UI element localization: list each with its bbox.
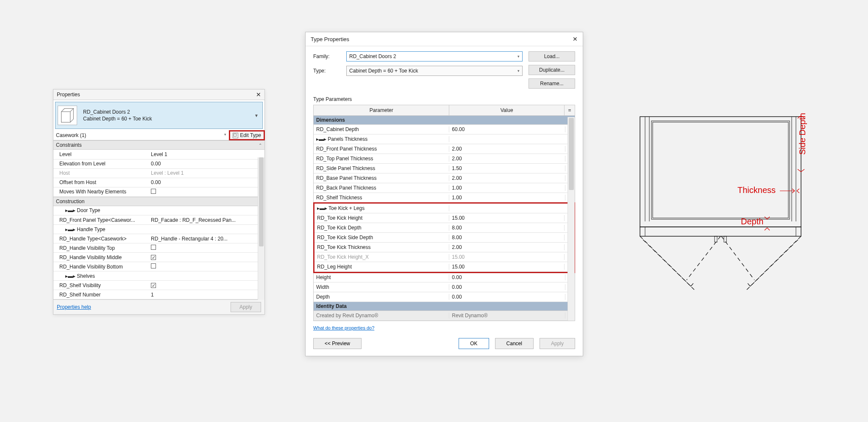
duplicate-button[interactable]: Duplicate... — [529, 65, 575, 75]
svg-line-13 — [691, 281, 695, 286]
section-header[interactable]: Construction⌃ — [53, 197, 264, 206]
scrollbar[interactable] — [258, 157, 264, 300]
col-equals[interactable]: = — [565, 105, 575, 115]
param-row[interactable]: RD_Handle Visibility Top — [53, 243, 264, 253]
svg-line-18 — [746, 281, 750, 286]
properties-help-link[interactable]: Properties help — [57, 304, 91, 310]
dialog-title: Type Properties — [311, 36, 349, 42]
depth-label: Depth — [741, 217, 763, 226]
param-row[interactable]: RD_Toe Kick Depth8.00 — [314, 223, 574, 233]
param-row: Created by Revit Dynamo® Revit Dynamo® — [314, 311, 575, 321]
chevron-down-icon[interactable]: ▼ — [254, 113, 260, 118]
param-row[interactable]: Moves With Nearby Elements — [53, 187, 264, 196]
svg-rect-5 — [651, 121, 790, 219]
param-row[interactable]: RD_Front Panel Type<Casewor...RD_Facade … — [53, 215, 264, 225]
param-row[interactable]: RD_Shelf Thickness1.00 — [314, 193, 575, 203]
param-row[interactable]: Width0.00 — [314, 282, 575, 292]
svg-rect-0 — [640, 117, 801, 227]
type-selector[interactable]: RD_Cabinet Doors 2 Cabinet Depth = 60 + … — [55, 102, 263, 129]
type-select[interactable]: Cabinet Depth = 60 + Toe Kick▾ — [346, 66, 523, 76]
preview-button[interactable]: << Preview — [313, 338, 362, 349]
properties-footer: Properties help Apply — [53, 299, 264, 314]
checkbox[interactable]: ✓ — [151, 255, 156, 260]
type-parameters-label: Type Parameters — [313, 96, 575, 102]
filter-row: Casework (1)▾ Edit Type — [53, 131, 264, 140]
close-icon[interactable]: ✕ — [256, 91, 261, 98]
svg-line-16 — [721, 236, 754, 280]
family-select[interactable]: RD_Cabinet Doors 2▾ — [346, 51, 523, 61]
param-row[interactable]: RD_Toe Kick Height_X15.00 — [314, 252, 574, 262]
parameters-table: Parameter Value = Dimensions⌃ RD_Cabinet… — [313, 105, 575, 321]
help-link[interactable]: What do these properties do? — [313, 325, 374, 330]
ok-button[interactable]: OK — [459, 338, 489, 349]
section-header[interactable]: Constraints⌃ — [53, 140, 264, 150]
param-row[interactable]: Offset from Host0.00 — [53, 178, 264, 187]
family-label: Family: — [313, 53, 341, 59]
svg-rect-11 — [724, 236, 726, 242]
svg-line-15 — [687, 236, 721, 280]
rename-button[interactable]: Rename... — [529, 78, 575, 89]
category-filter[interactable]: Casework (1)▾ — [53, 131, 229, 140]
param-row[interactable]: RD_Shelf Visibility✓ — [53, 281, 264, 290]
param-row[interactable]: RD_Toe Kick Height15.00 — [314, 213, 574, 223]
col-value[interactable]: Value — [449, 105, 565, 115]
thickness-label: Thickness — [737, 185, 776, 195]
param-row[interactable]: RD_Top Panel Thickness2.00 — [314, 154, 575, 164]
param-row[interactable]: RD_Toe Kick Side Depth8.00 — [314, 233, 574, 243]
edit-type-button[interactable]: Edit Type — [229, 130, 265, 140]
param-row[interactable]: ▸▬▸ Panels Thickness — [314, 134, 575, 144]
checkbox[interactable] — [151, 189, 156, 194]
type-properties-dialog: Type Properties ✕ Family: RD_Cabinet Doo… — [305, 32, 583, 356]
checkbox[interactable] — [151, 263, 156, 268]
cabinet-diagram: Side Depth Thickness Depth — [632, 108, 810, 312]
param-row[interactable]: LevelLevel 1 — [53, 150, 264, 159]
edit-type-icon — [233, 133, 238, 138]
svg-rect-10 — [715, 236, 717, 242]
param-row[interactable]: HostLevel : Level 1 — [53, 168, 264, 178]
param-row[interactable]: RD_Side Panel Thickness1.50 — [314, 164, 575, 173]
param-row[interactable]: RD_Shelf Number1 — [53, 290, 264, 299]
checkbox[interactable]: ✓ — [151, 283, 156, 288]
section-identity[interactable]: Identity Data⌃ — [314, 302, 575, 311]
param-row[interactable]: RD_Handle Visibility Middle✓ — [53, 253, 264, 262]
apply-button[interactable]: Apply — [231, 302, 261, 312]
svg-rect-6 — [653, 122, 788, 218]
param-row[interactable]: RD_Leg Height15.00 — [314, 262, 574, 272]
panel-titlebar: Properties ✕ — [53, 89, 264, 100]
cabinet-icon — [58, 106, 77, 125]
load-button[interactable]: Load... — [529, 51, 575, 61]
svg-rect-7 — [640, 227, 801, 236]
section-dimensions[interactable]: Dimensions⌃ — [314, 116, 575, 125]
apply-button[interactable]: Apply — [540, 338, 575, 349]
param-row[interactable]: Height0.00 — [314, 273, 575, 282]
properties-panel: Properties ✕ RD_Cabinet Doors 2 Cabinet … — [53, 89, 265, 315]
dialog-titlebar: Type Properties ✕ — [306, 32, 583, 46]
param-row[interactable]: RD_Handle Type<Casework>RD_Handle - Rect… — [53, 234, 264, 243]
param-row[interactable]: Elevation from Level0.00 — [53, 159, 264, 168]
param-row[interactable]: ▸▬▸ Handle Type — [53, 225, 264, 234]
param-row[interactable]: RD_Back Panel Thickness1.00 — [314, 183, 575, 193]
param-row[interactable]: RD_Toe Kick Thickness2.00 — [314, 243, 574, 252]
param-row[interactable]: RD_Base Panel Thickness2.00 — [314, 173, 575, 183]
side-depth-label: Side Depth — [798, 113, 807, 155]
panel-title: Properties — [57, 92, 80, 98]
param-row[interactable]: RD_Cabinet Depth60.00 — [314, 125, 575, 134]
col-parameter[interactable]: Parameter — [314, 105, 449, 115]
param-row[interactable]: RD_Handle Visibility Bottom — [53, 262, 264, 271]
type-label: Type: — [313, 68, 341, 74]
param-row[interactable]: ▸▬▸ Door Type — [53, 206, 264, 215]
param-row[interactable]: ▸▬▸ Toe Kick + Legs — [314, 204, 574, 213]
param-row[interactable]: Depth0.00 — [314, 292, 575, 302]
highlighted-region: ▸▬▸ Toe Kick + LegsRD_Toe Kick Height15.… — [313, 202, 575, 273]
scrollbar[interactable] — [568, 117, 575, 321]
type-selector-text: RD_Cabinet Doors 2 Cabinet Depth = 60 + … — [83, 109, 254, 122]
param-row[interactable]: ▸▬▸ Shelves — [53, 271, 264, 281]
param-row[interactable]: RD_Front Panel Thickness2.00 — [314, 144, 575, 154]
checkbox[interactable] — [151, 245, 156, 250]
close-icon[interactable]: ✕ — [573, 36, 578, 42]
cancel-button[interactable]: Cancel — [495, 338, 534, 349]
